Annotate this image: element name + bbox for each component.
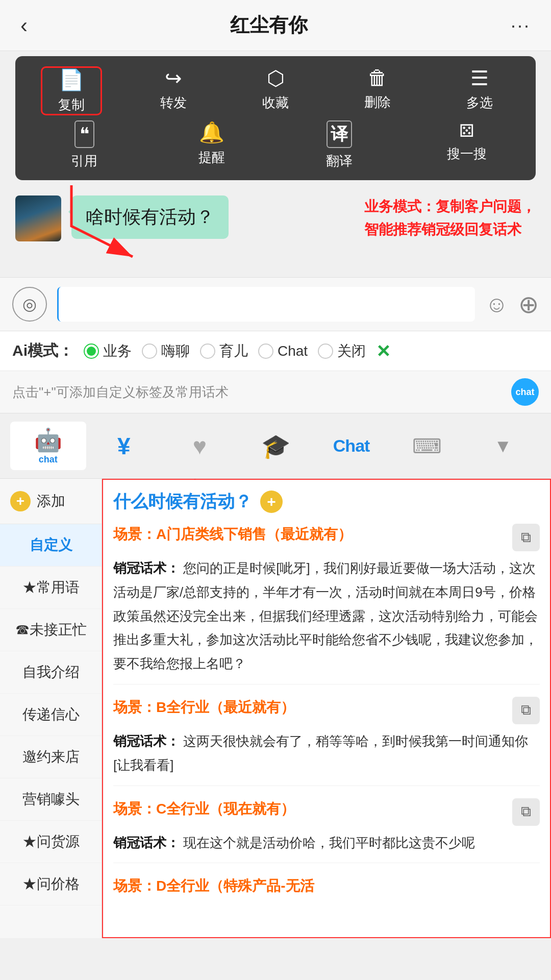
query-title-row: 什么时候有活动？ + [113,490,540,513]
remind-label: 提醒 [198,149,225,166]
ai-mode-option-chat2[interactable]: Chat [258,343,308,359]
scene-c-copy-button[interactable]: ⧉ [512,798,540,826]
radio-chat2 [258,344,273,359]
scene-c-header: 场景：C全行业（现在就有） ⧉ [113,798,540,826]
content-panel: 什么时候有活动？ + 场景：A门店类线下销售（最近就有） ⧉ 销冠话术： 您问的… [102,479,551,938]
voice-icon: ◎ [22,295,37,314]
multiselect-label: 多选 [466,94,493,112]
back-button[interactable]: ‹ [20,13,28,38]
menu-item-remind[interactable]: 🔔 提醒 [181,120,242,170]
copy-icon-b: ⧉ [521,702,531,719]
sidebar-item-custom[interactable]: 自定义 [0,524,102,567]
toolbar-item-heart[interactable]: ♥ [162,427,238,465]
scene-a-label: 销冠话术： [113,560,180,576]
menu-item-forward[interactable]: ↪ 转发 [143,66,204,115]
copy-icon-a: ⧉ [521,529,531,546]
graduation-icon: 🎓 [261,432,290,460]
chat-text-icon: Chat [333,436,370,456]
toolbar-item-ai[interactable]: 🤖 chat [10,422,86,470]
sidebar-item-intro[interactable]: 自我介绍 [0,651,102,694]
menu-item-delete[interactable]: 🗑 删除 [347,66,408,115]
sidebar: + 添加 自定义 ★常用语 ☎未接正忙 自我介绍 传递信心 邀约来店 营销噱头 … [0,479,102,938]
query-add-button[interactable]: + [260,491,283,513]
scene-card-b: 场景：B全行业（最近就有） ⧉ 销冠话术： 这两天很快就会有了，稍等等哈，到时候… [113,697,540,786]
more-button[interactable]: ··· [511,15,531,36]
toolbar-icons: 🤖 chat ¥ ♥ 🎓 Chat ⌨ ▼ [0,413,551,479]
sidebar-item-invite[interactable]: 邀约来店 [0,736,102,778]
scene-b-copy-button[interactable]: ⧉ [512,697,540,724]
sidebar-item-marketing[interactable]: 营销噱头 [0,778,102,821]
context-menu-row1: 📄 复制 ↪ 转发 ⬡ 收藏 🗑 删除 ☰ 多选 [20,66,531,115]
search-label: 搜一搜 [447,145,487,163]
remind-icon: 🔔 [199,120,224,144]
toolbar-item-graduation[interactable]: 🎓 [238,427,314,465]
sidebar-custom-label: 自定义 [30,537,72,553]
scene-c-text: 现在这个就是活动价哈，我们平时都比这贵不少呢 [183,835,475,850]
menu-item-quote[interactable]: ❝ 引用 [54,120,115,170]
menu-item-copy[interactable]: 📄 复制 [41,66,102,115]
message-input[interactable] [57,287,475,322]
voice-button[interactable]: ◎ [12,287,47,322]
ai-mode-option-off[interactable]: 关闭 [318,341,366,361]
toolbar-item-keyboard[interactable]: ⌨ [389,429,465,463]
ai-mode-bar: Ai模式： 业务 嗨聊 育儿 Chat 关闭 ✕ [0,331,551,371]
menu-item-search[interactable]: ⚄ 搜一搜 [436,120,497,170]
chat-bubble: 啥时候有活动？ [71,195,229,239]
toolbar-item-yuan[interactable]: ¥ [86,427,162,465]
sidebar-add-button[interactable]: + 添加 [0,479,102,524]
quote-label: 引用 [71,152,97,170]
sidebar-confidence-label: 传递信心 [22,706,80,722]
hint-bar: 点击"+"可添加自定义标签及常用话术 chat [0,371,551,413]
forward-icon: ↪ [165,66,182,90]
sidebar-item-source[interactable]: ★问货源 [0,821,102,863]
menu-item-translate[interactable]: 译 翻译 [309,120,370,170]
scene-a-content: 销冠话术： 您问的正是时候[呲牙]，我们刚好最近要做一场大活动，这次活动是厂家/… [113,556,540,676]
toolbar-item-expand[interactable]: ▼ [465,430,541,462]
sidebar-item-common[interactable]: ★常用语 [0,567,102,609]
annotation-text: 业务模式：复制客户问题， 智能推荐销冠级回复话术 [364,195,536,241]
sidebar-item-busy[interactable]: ☎未接正忙 [0,609,102,651]
radio-dot-business [87,347,96,356]
ai-robot-label: chat [39,454,58,465]
emoji-button[interactable]: ☺ [485,291,508,317]
scene-a-copy-button[interactable]: ⧉ [512,524,540,551]
hint-text: 点击"+"可添加自定义标签及常用话术 [12,383,229,401]
page-title: 红尘有你 [230,12,308,38]
ai-mode-chat2-label: Chat [278,343,308,359]
translate-icon: 译 [327,120,352,148]
scene-d-header: 场景：D全行业（特殊产品-无活 [113,875,540,897]
scene-card-a: 场景：A门店类线下销售（最近就有） ⧉ 销冠话术： 您问的正是时候[呲牙]，我们… [113,524,540,684]
sidebar-item-confidence[interactable]: 传递信心 [0,694,102,736]
header: ‹ 红尘有你 ··· [0,0,551,51]
quote-icon: ❝ [74,120,94,148]
input-bar: ◎ ☺ ⊕ [0,277,551,331]
multiselect-icon: ☰ [470,66,489,90]
sidebar-intro-label: 自我介绍 [22,664,80,680]
scene-a-text: 您问的正是时候[呲牙]，我们刚好最近要做一场大活动，这次活动是厂家/总部支持的，… [113,560,538,671]
radio-parenting [200,344,215,359]
add-button[interactable]: ⊕ [518,290,539,318]
radio-off [318,344,333,359]
chat-badge-label: chat [515,387,534,398]
chat-badge: chat [511,378,539,406]
scene-b-label: 销冠话术： [113,733,180,749]
menu-item-multiselect[interactable]: ☰ 多选 [449,66,510,115]
sidebar-item-price[interactable]: ★问价格 [0,863,102,905]
annotation-area: 啥时候有活动？ 业务模式：复制客户问题， 智能推荐销冠级回复话术 [0,185,551,277]
ai-mode-business-label: 业务 [103,341,132,361]
sidebar-price-label: ★问价格 [22,876,80,892]
ai-robot-icon: 🤖 [34,427,62,453]
scene-b-title: 场景：B全行业（最近就有） [113,697,512,718]
ai-mode-close-button[interactable]: ✕ [376,341,390,361]
keyboard-icon: ⌨ [412,434,442,458]
translate-label: 翻译 [326,152,353,170]
avatar [15,195,61,241]
scene-b-content: 销冠话术： 这两天很快就会有了，稍等等哈，到时候我第一时间通知你[让我看看] [113,729,540,777]
ai-mode-option-chat[interactable]: 嗨聊 [142,341,190,361]
toolbar-item-chat-text[interactable]: Chat [313,431,389,461]
ai-mode-option-business[interactable]: 业务 [84,341,132,361]
ai-mode-option-parenting[interactable]: 育儿 [200,341,248,361]
copy-icon: 📄 [59,68,84,92]
menu-item-favorite[interactable]: ⬡ 收藏 [245,66,306,115]
delete-label: 删除 [364,93,391,111]
